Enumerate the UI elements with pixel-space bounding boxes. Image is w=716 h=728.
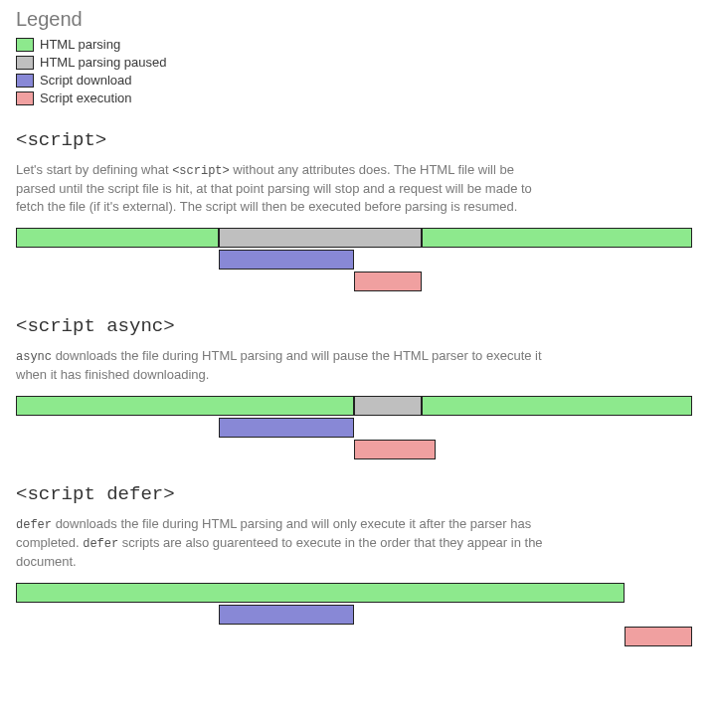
section-description: defer downloads the file during HTML par… xyxy=(16,515,553,571)
legend-label: Script execution xyxy=(40,91,132,105)
section-description: async downloads the file during HTML par… xyxy=(16,347,553,384)
timing-diagram xyxy=(16,228,692,291)
desc-text: downloads the file during HTML parsing a… xyxy=(16,348,542,382)
diagram-lane xyxy=(16,418,692,438)
legend-label: Script download xyxy=(40,73,132,88)
inline-code: defer xyxy=(83,537,118,551)
bar-download xyxy=(219,418,354,438)
diagram-lane xyxy=(16,396,692,416)
legend-swatch xyxy=(16,74,34,88)
diagram-lane xyxy=(16,605,692,625)
inline-code: defer xyxy=(16,518,52,532)
legend: Legend HTML parsingHTML parsing pausedSc… xyxy=(16,8,700,105)
section: <script async>async downloads the file d… xyxy=(16,315,700,459)
bar-execution xyxy=(625,627,692,646)
section-heading: <script> xyxy=(16,129,700,151)
legend-item: HTML parsing xyxy=(16,37,700,52)
diagram-lane xyxy=(16,440,692,459)
inline-code: <script> xyxy=(172,164,230,178)
section: <script>Let's start by defining what <sc… xyxy=(16,129,700,291)
section: <script defer>defer downloads the file d… xyxy=(16,483,700,646)
bar-html-parsing xyxy=(422,396,692,416)
bar-parsing-paused xyxy=(219,228,422,248)
section-heading: <script async> xyxy=(16,315,700,337)
bar-execution xyxy=(354,440,436,459)
bar-html-parsing xyxy=(16,583,625,603)
timing-diagram xyxy=(16,583,692,646)
bar-html-parsing xyxy=(422,228,692,248)
bar-execution xyxy=(354,272,422,291)
section-heading: <script defer> xyxy=(16,483,700,505)
legend-title: Legend xyxy=(16,8,700,31)
bar-html-parsing xyxy=(16,396,354,416)
bar-html-parsing xyxy=(16,228,219,248)
legend-item: Script download xyxy=(16,73,700,88)
timing-diagram xyxy=(16,396,692,459)
diagram-lane xyxy=(16,250,692,270)
section-description: Let's start by defining what <script> wi… xyxy=(16,161,553,216)
legend-label: HTML parsing paused xyxy=(40,55,166,70)
bar-download xyxy=(219,250,354,270)
bar-parsing-paused xyxy=(354,396,422,416)
legend-label: HTML parsing xyxy=(40,37,120,52)
diagram-lane xyxy=(16,272,692,291)
legend-item: HTML parsing paused xyxy=(16,55,700,70)
legend-swatch xyxy=(16,56,34,70)
desc-text: Let's start by defining what xyxy=(16,162,172,177)
diagram-lane xyxy=(16,583,692,603)
legend-swatch xyxy=(16,38,34,52)
inline-code: async xyxy=(16,350,52,364)
legend-swatch xyxy=(16,91,34,105)
diagram-lane xyxy=(16,627,692,646)
bar-download xyxy=(219,605,354,625)
diagram-lane xyxy=(16,228,692,248)
legend-item: Script execution xyxy=(16,91,700,105)
